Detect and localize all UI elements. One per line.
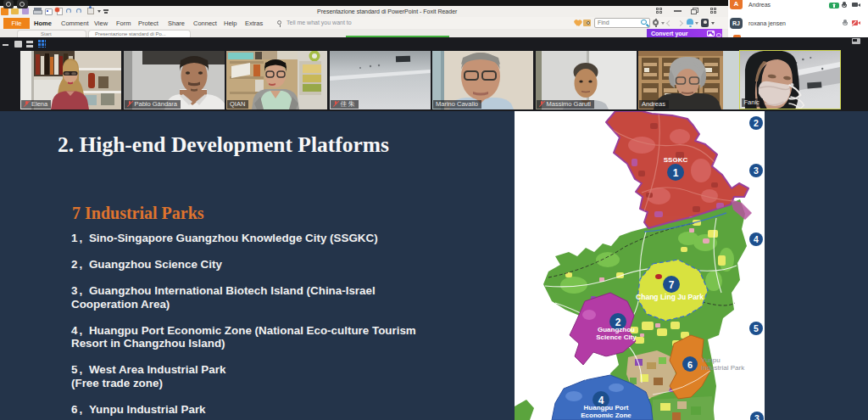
svg-text:3: 3 bbox=[754, 165, 759, 176]
svg-text:Industrial Park: Industrial Park bbox=[701, 364, 745, 372]
svg-text:4: 4 bbox=[754, 234, 759, 244]
svg-text:Science City: Science City bbox=[596, 333, 637, 341]
svg-text:1: 1 bbox=[673, 167, 679, 179]
svg-text:2: 2 bbox=[754, 118, 759, 128]
svg-text:Yunpu: Yunpu bbox=[701, 356, 721, 364]
svg-text:Guangzhou: Guangzhou bbox=[598, 326, 635, 333]
svg-text:5: 5 bbox=[754, 323, 759, 333]
svg-text:Chang Ling Ju Park: Chang Ling Ju Park bbox=[636, 293, 704, 301]
svg-text:6: 6 bbox=[687, 360, 693, 370]
svg-text:SSGKC: SSGKC bbox=[664, 156, 688, 164]
svg-text:Huangpu Port: Huangpu Port bbox=[584, 404, 629, 412]
svg-text:3: 3 bbox=[754, 413, 760, 420]
svg-text:Economic Zone: Economic Zone bbox=[581, 412, 632, 419]
svg-text:7: 7 bbox=[669, 279, 675, 291]
